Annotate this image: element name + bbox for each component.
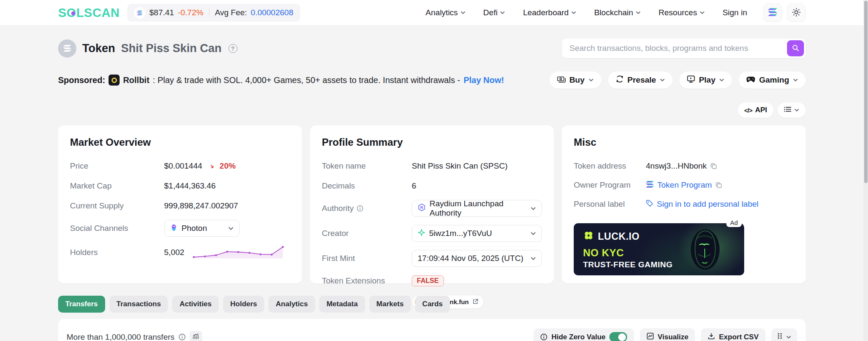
sponsored-cta-link[interactable]: Play Now! bbox=[463, 75, 504, 85]
avg-fee-value[interactable]: 0.00002608 bbox=[251, 8, 293, 17]
api-button[interactable]: </> API bbox=[738, 103, 773, 118]
supply-value: 999,898,247.002907 bbox=[164, 201, 238, 211]
chevron-down-icon bbox=[500, 11, 505, 14]
token-extensions-badge: FALSE bbox=[412, 275, 444, 286]
chevron-down-icon bbox=[636, 11, 641, 14]
card-title: Market Overview bbox=[70, 136, 290, 148]
chevron-down-icon bbox=[228, 227, 234, 230]
visualize-button[interactable]: Visualize bbox=[640, 328, 695, 341]
chevron-down-icon bbox=[794, 108, 799, 112]
creator-dropdown[interactable]: 5iwz1m...yT6VuU bbox=[412, 225, 542, 242]
gaming-button[interactable]: Gaming bbox=[739, 72, 806, 89]
svg-text:R: R bbox=[420, 205, 423, 210]
sol-price: $87.41 bbox=[149, 8, 174, 17]
copy-icon[interactable] bbox=[710, 163, 717, 169]
ad-badge: Ad bbox=[726, 218, 742, 227]
tab-analytics[interactable]: Analytics bbox=[268, 296, 315, 313]
price-value: $0.001444 bbox=[164, 161, 202, 171]
code-icon: </> bbox=[744, 107, 752, 114]
nav-item-analytics[interactable]: Analytics bbox=[426, 8, 466, 17]
authority-row: Authority R Raydium Launchpad Authority bbox=[322, 200, 542, 217]
decimals-row: Decimals 6 bbox=[322, 180, 542, 192]
ad-banner-luckio[interactable]: Ad bbox=[574, 223, 744, 275]
search-input[interactable] bbox=[564, 44, 787, 53]
owner-program-link[interactable]: Token Program bbox=[657, 180, 712, 190]
external-link-icon bbox=[472, 297, 478, 307]
quick-buttons: Buy Presale Play Gaming bbox=[550, 72, 806, 89]
first-mint-dropdown[interactable]: 17:09:44 Nov 05, 2025 (UTC) bbox=[412, 250, 542, 267]
solana-network-button[interactable] bbox=[763, 3, 782, 22]
tab-transfers[interactable]: Transfers bbox=[58, 296, 105, 313]
buy-button[interactable]: Buy bbox=[550, 72, 601, 89]
play-icon bbox=[687, 75, 695, 85]
view-options-button[interactable] bbox=[778, 103, 806, 118]
add-personal-label-link[interactable]: Sign in to add personal label bbox=[657, 200, 759, 209]
scrollbar-thumb[interactable] bbox=[864, 1, 868, 183]
nav-item-defi[interactable]: Defi bbox=[483, 8, 505, 17]
more-options-button[interactable] bbox=[771, 328, 797, 341]
token-avatar bbox=[58, 39, 76, 58]
supply-row: Current Supply 999,898,247.002907 bbox=[70, 200, 290, 212]
authority-value: Raydium Launchpad Authority bbox=[430, 199, 527, 218]
nav-icon-buttons bbox=[763, 3, 806, 22]
profile-summary-card: Profile Summary Token name Shit Piss Ski… bbox=[310, 125, 554, 283]
nav-item-blockchain[interactable]: Blockchain bbox=[594, 8, 641, 17]
nav-item-resources[interactable]: Resources bbox=[659, 8, 705, 17]
first-mint-value: 17:09:44 Nov 05, 2025 (UTC) bbox=[418, 254, 527, 263]
market-cap-value: $1,444,363.46 bbox=[164, 181, 216, 191]
tab-activities[interactable]: Activities bbox=[172, 296, 219, 313]
token-name-row: Token name Shit Piss Skin Can (SPSC) bbox=[322, 160, 542, 172]
hide-zero-toggle[interactable] bbox=[609, 332, 627, 341]
holders-row: Holders 5,002 bbox=[70, 245, 290, 260]
tab-markets[interactable]: Markets bbox=[369, 296, 411, 313]
visualize-icon bbox=[647, 333, 654, 341]
tab-transactions[interactable]: Transactions bbox=[109, 296, 168, 313]
sun-icon bbox=[792, 8, 801, 18]
market-overview-card: Market Overview Price $0.001444 20% Mark… bbox=[58, 125, 302, 283]
price-change: 20% bbox=[220, 161, 236, 171]
solscan-logo[interactable]: SOLSCAN bbox=[58, 6, 120, 20]
page-title-token-name: Shit Piss Skin Can bbox=[121, 42, 222, 55]
social-channels-dropdown[interactable]: Photon bbox=[164, 220, 240, 237]
search-bar bbox=[562, 39, 806, 58]
photon-icon bbox=[170, 224, 178, 233]
token-header: Token Shit Piss Skin Can ? bbox=[58, 39, 806, 58]
holders-sparkline bbox=[192, 245, 285, 260]
theme-toggle-button[interactable] bbox=[787, 3, 806, 22]
sponsored-label: Sponsored: bbox=[58, 75, 105, 85]
tab-holders[interactable]: Holders bbox=[223, 296, 264, 313]
chevron-down-icon bbox=[786, 335, 791, 339]
sponsored-brand[interactable]: Rollbit bbox=[123, 75, 149, 85]
download-icon bbox=[708, 333, 715, 341]
tag-icon bbox=[646, 200, 653, 209]
tab-cards[interactable]: Cards bbox=[415, 296, 450, 313]
buy-icon bbox=[557, 75, 566, 85]
info-icon bbox=[357, 205, 363, 212]
ad-mask-graphic bbox=[679, 227, 730, 274]
transfers-chart-button[interactable] bbox=[190, 331, 202, 341]
token-extensions-row: Token Extensions FALSE bbox=[322, 275, 542, 287]
export-csv-button[interactable]: Export CSV bbox=[701, 328, 765, 341]
nav-links: Analytics Defi Leaderboard Blockchain Re… bbox=[426, 8, 747, 17]
divider bbox=[209, 8, 209, 17]
card-title: Misc bbox=[574, 136, 794, 148]
decimals-value: 6 bbox=[412, 181, 416, 191]
search-icon bbox=[792, 44, 799, 53]
solana-icon bbox=[646, 180, 654, 190]
presale-button[interactable]: Presale bbox=[608, 72, 673, 89]
hide-zero-value-button[interactable]: Hide Zero Value bbox=[533, 328, 634, 341]
play-button[interactable]: Play bbox=[679, 72, 732, 89]
social-channel-value: Photon bbox=[181, 224, 224, 233]
nav-item-leaderboard[interactable]: Leaderboard bbox=[523, 8, 576, 17]
solscan-logo-dot bbox=[71, 11, 75, 15]
chevron-down-icon bbox=[461, 11, 466, 14]
authority-dropdown[interactable]: R Raydium Launchpad Authority bbox=[412, 200, 542, 217]
chevron-down-icon bbox=[530, 232, 536, 236]
sponsored-text: : Play & trade with SOL. 4,000+ Games, 5… bbox=[153, 75, 460, 85]
token-address-row: Token address 4nswj3...HNbonk bbox=[574, 160, 794, 172]
copy-icon[interactable] bbox=[715, 182, 722, 189]
search-button[interactable] bbox=[787, 40, 804, 56]
tab-metadata[interactable]: Metadata bbox=[319, 296, 365, 313]
chevron-down-icon bbox=[530, 207, 536, 211]
sign-in-link[interactable]: Sign in bbox=[723, 8, 747, 17]
